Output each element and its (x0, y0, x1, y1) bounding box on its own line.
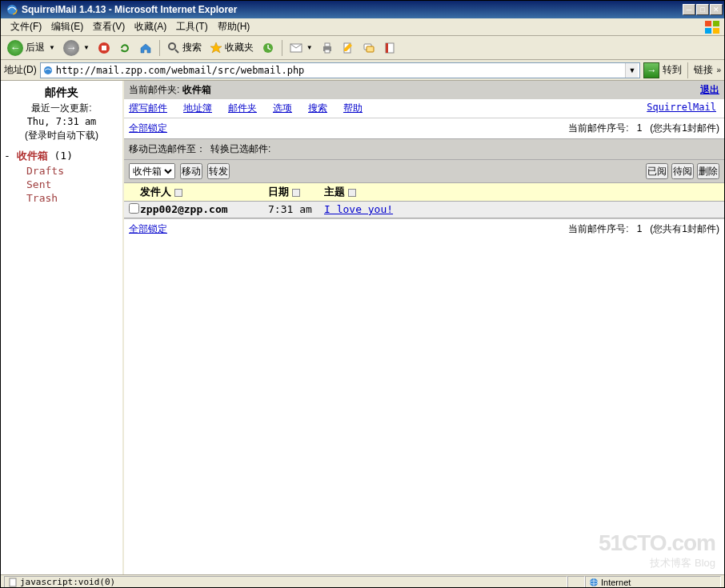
menu-file[interactable]: 文件(F) (6, 18, 46, 35)
home-icon (139, 42, 152, 54)
url-dropdown[interactable]: ▼ (625, 63, 638, 78)
last-refresh-label: 最近一次更新: (4, 102, 119, 115)
security-zone: Internet (585, 576, 721, 589)
toggle-all-bottom[interactable]: 全部锁定 (129, 222, 167, 236)
svg-rect-7 (102, 46, 106, 50)
edit-icon (342, 42, 354, 54)
windows-logo-icon (702, 18, 724, 36)
svg-rect-13 (325, 43, 330, 46)
status-bar: javascript:void(0) Internet (1, 574, 724, 588)
home-button[interactable] (136, 38, 155, 58)
refresh-icon (118, 42, 131, 54)
nav-help[interactable]: 帮助 (343, 102, 362, 115)
menu-favorites[interactable]: 收藏(A) (130, 18, 171, 35)
refresh-note: (登录时自动下载) (4, 129, 119, 142)
svg-rect-4 (705, 28, 711, 34)
close-button[interactable]: ✕ (710, 4, 723, 15)
paginator-top: 全部锁定 当前邮件序号: 1 (您共有1封邮件) (124, 118, 724, 138)
go-button[interactable]: → (643, 62, 659, 78)
mark-read-button[interactable] (646, 163, 668, 179)
svg-rect-19 (386, 43, 388, 53)
forward-button[interactable]: → ▼ (60, 38, 93, 58)
move-target-select[interactable]: 收件箱 (129, 163, 175, 179)
edit-button[interactable] (338, 38, 358, 58)
refresh-button[interactable] (115, 38, 134, 58)
window-title: SquirrelMail 1.4.13 - Microsoft Internet… (22, 4, 683, 15)
menu-edit[interactable]: 编辑(E) (46, 18, 88, 35)
current-folder-name: 收件箱 (182, 84, 211, 95)
folder-sent[interactable]: Sent (4, 178, 119, 191)
toolbar: ← 后退 ▼ → ▼ 搜索 收藏夹 ▼ (1, 36, 724, 60)
svg-rect-2 (705, 21, 711, 26)
minimize-button[interactable]: ─ (683, 4, 695, 15)
svg-rect-3 (713, 21, 719, 26)
address-input-container: ▼ (40, 62, 641, 78)
nav-options[interactable]: 选项 (273, 102, 292, 115)
col-subject[interactable]: 主题 (324, 186, 345, 198)
back-label: 后退 (26, 41, 45, 54)
menu-tools[interactable]: 工具(T) (171, 18, 212, 35)
nav-addresses[interactable]: 地址簿 (183, 102, 212, 115)
discuss-button[interactable] (359, 38, 379, 58)
research-icon (383, 42, 396, 54)
nav-folders[interactable]: 邮件夹 (228, 102, 257, 115)
internet-zone-icon (589, 578, 599, 587)
row-subject-link[interactable]: I love you! (324, 203, 393, 216)
bulk-actions-row2: 收件箱 (124, 160, 724, 183)
svg-rect-14 (325, 50, 330, 53)
svg-point-8 (169, 43, 175, 50)
favorites-button[interactable]: 收藏夹 (206, 38, 257, 58)
links-expand[interactable]: » (716, 66, 721, 74)
svg-rect-5 (713, 28, 719, 34)
delete-button[interactable] (697, 163, 719, 179)
forward-button[interactable] (207, 163, 230, 179)
webmail-nav: 撰写邮件 地址簿 邮件夹 选项 搜索 帮助 SquirrelMail (124, 99, 724, 118)
folders-pane: 邮件夹 最近一次更新: Thu, 7:31 am (登录时自动下载) - 收件箱… (1, 81, 124, 574)
nav-search[interactable]: 搜索 (308, 102, 327, 115)
paginator-bottom: 全部锁定 当前邮件序号: 1 (您共有1封邮件) (124, 218, 724, 239)
page-icon-small (8, 578, 18, 587)
last-refresh-time: Thu, 7:31 am (4, 115, 119, 129)
bulk-actions: 移动已选邮件至： 转换已选邮件: (124, 138, 724, 160)
folder-header: 当前邮件夹: 收件箱 退出 (124, 81, 724, 99)
sign-out-link[interactable]: 退出 (700, 83, 719, 97)
nav-brand[interactable]: SquirrelMail (647, 102, 716, 115)
folder-drafts[interactable]: Drafts (4, 164, 119, 178)
row-checkbox[interactable] (129, 203, 139, 214)
folder-inbox[interactable]: - 收件箱 (1) (4, 148, 119, 164)
mail-button[interactable]: ▼ (286, 38, 316, 58)
history-button[interactable] (258, 38, 278, 58)
toggle-all-top[interactable]: 全部锁定 (129, 122, 167, 135)
move-button[interactable] (180, 163, 202, 179)
print-button[interactable] (318, 38, 337, 58)
sort-date-icon[interactable] (292, 189, 300, 197)
research-button[interactable] (380, 38, 399, 58)
address-bar: 地址(D) ▼ → 转到 链接 » (1, 60, 724, 81)
address-label: 地址(D) (4, 63, 37, 77)
mark-unread-button[interactable] (671, 163, 694, 179)
mail-icon (290, 42, 302, 54)
sort-from-icon[interactable] (174, 189, 182, 197)
print-icon (321, 42, 334, 54)
favorites-label: 收藏夹 (225, 41, 254, 54)
maximize-button[interactable]: □ (696, 4, 709, 15)
search-button[interactable]: 搜索 (164, 38, 205, 58)
stop-button[interactable] (94, 38, 114, 58)
col-date[interactable]: 日期 (268, 186, 289, 198)
nav-compose[interactable]: 撰写邮件 (129, 102, 167, 115)
forward-icon: → (63, 40, 79, 56)
url-input[interactable] (56, 65, 623, 76)
zone-label: Internet (601, 578, 631, 587)
links-label: 链接 (694, 63, 713, 77)
col-from[interactable]: 发件人 (140, 186, 171, 198)
menu-help[interactable]: 帮助(H) (213, 18, 255, 35)
content-frame: 邮件夹 最近一次更新: Thu, 7:31 am (登录时自动下载) - 收件箱… (1, 81, 724, 574)
sort-subject-icon[interactable] (348, 189, 356, 197)
history-icon (262, 42, 274, 54)
menu-view[interactable]: 查看(V) (88, 18, 130, 35)
stop-icon (98, 42, 110, 54)
folder-trash[interactable]: Trash (4, 191, 119, 205)
folders-title: 邮件夹 (4, 86, 119, 100)
back-button[interactable]: ← 后退 ▼ (4, 38, 58, 58)
svg-line-9 (175, 50, 178, 53)
